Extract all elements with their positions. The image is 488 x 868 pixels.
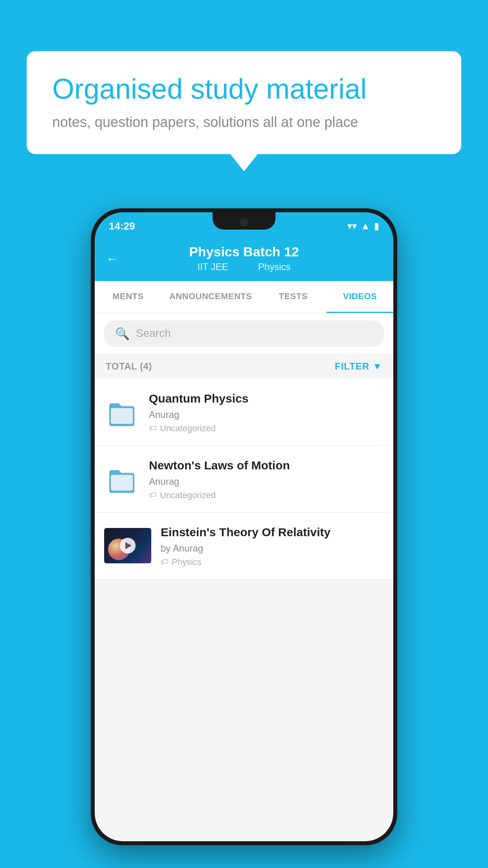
video-tag: 🏷 Uncategorized	[149, 423, 384, 434]
video-info: Quantum Physics Anurag 🏷 Uncategorized	[149, 391, 384, 434]
video-info-2: Newton's Laws of Motion Anurag 🏷 Uncateg…	[149, 458, 384, 500]
speech-bubble: Organised study material notes, question…	[27, 51, 461, 154]
header-subtitle-sep	[242, 261, 247, 272]
video-tag-2: 🏷 Uncategorized	[149, 490, 384, 500]
video-title-3: Einstein's Theory Of Relativity	[161, 524, 384, 540]
tag-label: Uncategorized	[160, 423, 216, 434]
back-button[interactable]: ←	[106, 252, 118, 266]
video-info-3: Einstein's Theory Of Relativity by Anura…	[161, 524, 384, 567]
tag-label-2: Uncategorized	[160, 490, 216, 500]
filter-funnel-icon: ▼	[372, 361, 382, 372]
svg-rect-3	[111, 475, 133, 491]
play-button[interactable]	[120, 538, 136, 554]
tab-announcements[interactable]: ANNOUNCEMENTS	[161, 281, 260, 313]
search-placeholder: Search	[136, 327, 171, 340]
folder-icon	[108, 398, 136, 426]
front-camera	[240, 218, 248, 226]
list-item[interactable]: Newton's Laws of Motion Anurag 🏷 Uncateg…	[95, 446, 393, 513]
video-author-3: by Anurag	[161, 543, 384, 554]
header-title: Physics Batch 12	[106, 244, 382, 260]
app-header: ← Physics Batch 12 IIT JEE Physics	[95, 237, 393, 281]
phone-frame: 14:29 ▾▾ ▲ ▮ ← Physics Batch 12 IIT JEE …	[91, 208, 397, 845]
video-tag-3: 🏷 Physics	[161, 557, 384, 567]
search-icon: 🔍	[115, 327, 130, 340]
screen-content: 🔍 Search TOTAL (4) FILTER ▼	[95, 313, 393, 841]
tag-label-3: Physics	[172, 557, 202, 567]
video-title: Quantum Physics	[149, 391, 384, 406]
tabs-bar: MENTS ANNOUNCEMENTS TESTS VIDEOS	[95, 281, 393, 313]
video-folder-icon-wrap-2	[104, 461, 139, 497]
header-subtitle: IIT JEE Physics	[106, 261, 382, 272]
tab-videos[interactable]: VIDEOS	[327, 281, 393, 313]
phone-inner: 14:29 ▾▾ ▲ ▮ ← Physics Batch 12 IIT JEE …	[95, 212, 393, 841]
status-icons: ▾▾ ▲ ▮	[347, 221, 379, 232]
video-thumbnail	[104, 528, 151, 563]
tag-icon-2: 🏷	[149, 491, 157, 500]
total-count: TOTAL (4)	[106, 361, 152, 372]
video-folder-icon-wrap	[104, 394, 139, 430]
bubble-subtitle: notes, question papers, solutions all at…	[52, 114, 436, 131]
tag-icon-3: 🏷	[161, 557, 169, 566]
filter-button[interactable]: FILTER ▼	[335, 361, 382, 372]
video-author: Anurag	[149, 409, 384, 420]
svg-rect-1	[111, 408, 133, 424]
search-bar-wrapper: 🔍 Search	[95, 313, 393, 354]
list-item[interactable]: Einstein's Theory Of Relativity by Anura…	[95, 513, 393, 579]
header-subtitle-iitjee: IIT JEE	[198, 261, 228, 272]
folder-icon-2	[108, 465, 136, 493]
video-title-2: Newton's Laws of Motion	[149, 458, 384, 473]
tag-icon: 🏷	[149, 424, 157, 433]
list-item[interactable]: Quantum Physics Anurag 🏷 Uncategorized	[95, 379, 393, 446]
battery-icon: ▮	[374, 221, 379, 232]
filter-label: FILTER	[335, 361, 369, 372]
signal-icon: ▲	[361, 221, 370, 232]
play-triangle-icon	[125, 542, 132, 549]
header-subtitle-physics: Physics	[258, 261, 291, 272]
video-thumb-image	[104, 528, 151, 563]
search-bar[interactable]: 🔍 Search	[104, 320, 384, 347]
phone-notch	[213, 212, 275, 230]
wifi-icon: ▾▾	[347, 221, 357, 232]
status-time: 14:29	[109, 220, 135, 232]
video-list: Quantum Physics Anurag 🏷 Uncategorized	[95, 379, 393, 579]
filter-bar: TOTAL (4) FILTER ▼	[95, 354, 393, 379]
speech-bubble-area: Organised study material notes, question…	[27, 51, 461, 154]
tab-tests[interactable]: TESTS	[260, 281, 327, 313]
tab-ments[interactable]: MENTS	[95, 281, 161, 313]
bubble-title: Organised study material	[52, 73, 436, 105]
video-author-2: Anurag	[149, 476, 384, 487]
